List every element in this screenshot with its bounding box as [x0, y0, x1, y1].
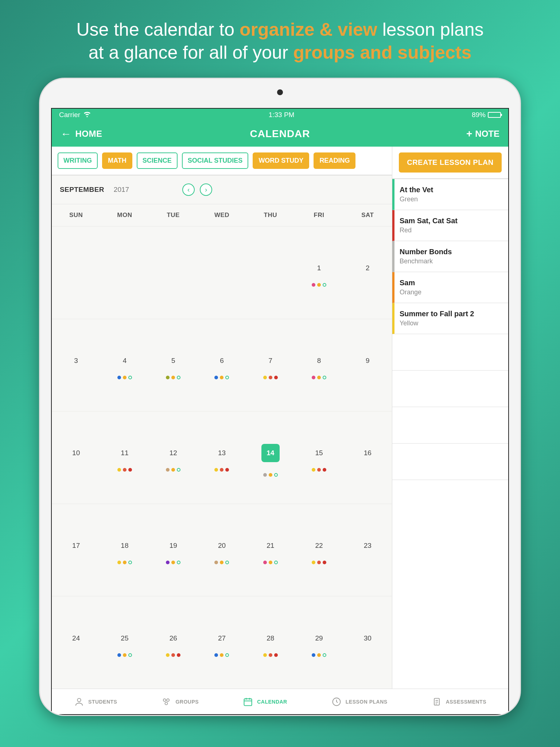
event-dot [220, 561, 223, 564]
day-cell[interactable]: 4 [100, 319, 149, 411]
event-dot [317, 653, 321, 657]
day-cell[interactable]: 26 [149, 596, 198, 689]
event-dot [317, 376, 321, 379]
day-number: 7 [268, 357, 272, 365]
device-frame: Carrier 1:33 PM 89% ← HOME CALENDAR + NO… [39, 78, 521, 716]
day-cell[interactable]: 21 [246, 504, 295, 596]
assess-icon [431, 696, 442, 707]
lesson-plan-item[interactable]: At the VetGreen [392, 179, 508, 210]
lesson-plan-item[interactable]: Summer to Fall part 2Yellow [392, 303, 508, 334]
event-dot [263, 473, 267, 477]
lesson-plan-title: Summer to Fall part 2 [400, 310, 502, 318]
event-dot [323, 283, 326, 287]
prev-month-button[interactable]: ‹ [182, 183, 195, 196]
lesson-plan-item[interactable]: Sam Sat, Cat SatRed [392, 210, 508, 241]
day-cell[interactable]: 8 [295, 319, 343, 411]
event-dot [128, 468, 132, 472]
event-dot [312, 468, 315, 472]
day-cell[interactable]: 28 [246, 596, 295, 689]
day-cell[interactable]: 7 [246, 319, 295, 411]
day-cell[interactable]: 1 [295, 226, 343, 319]
event-dot [214, 376, 218, 379]
day-number: 28 [267, 634, 274, 642]
day-number: 16 [364, 449, 372, 457]
day-cell[interactable]: 2 [343, 226, 392, 319]
event-dots [312, 653, 326, 658]
empty-slot [392, 407, 508, 444]
event-dots [214, 468, 229, 472]
day-cell[interactable]: 13 [198, 411, 246, 504]
event-dots [117, 561, 132, 565]
tab-lesson-plans[interactable]: LESSON PLANS [331, 696, 388, 707]
tab-calendar[interactable]: CALENDAR [242, 696, 287, 707]
lesson-plan-item[interactable]: Number BondsBenchmark [392, 241, 508, 272]
event-dot [317, 468, 321, 472]
clock-label: 1:33 PM [91, 111, 472, 119]
event-dot [171, 468, 175, 472]
chevron-left-icon: ‹ [187, 186, 190, 194]
event-dot [317, 283, 321, 287]
day-cell [246, 226, 295, 319]
tab-assessments[interactable]: ASSESSMENTS [431, 696, 486, 707]
day-number: 1 [317, 264, 321, 272]
weekday-header: WED [198, 204, 246, 226]
day-cell[interactable]: 25 [100, 596, 149, 689]
empty-slot [392, 371, 508, 407]
day-cell[interactable]: 5 [149, 319, 198, 411]
create-lesson-plan-button[interactable]: CREATE LESSON PLAN [399, 152, 502, 173]
home-button[interactable]: ← HOME [61, 128, 207, 139]
day-cell[interactable]: 23 [343, 504, 392, 596]
day-cell[interactable]: 15 [295, 411, 343, 504]
lesson-plan-item[interactable]: SamOrange [392, 272, 508, 303]
event-dot [166, 561, 170, 564]
filter-writing[interactable]: WRITING [58, 152, 98, 169]
day-cell[interactable]: 12 [149, 411, 198, 504]
event-dot [263, 561, 267, 564]
day-cell [198, 226, 246, 319]
event-dot [123, 468, 127, 472]
add-note-button[interactable]: + NOTE [353, 128, 499, 140]
filter-social-studies[interactable]: SOCIAL STUDIES [182, 152, 249, 169]
next-month-button[interactable]: › [200, 183, 212, 196]
event-dots [117, 653, 132, 658]
day-cell[interactable]: 19 [149, 504, 198, 596]
day-cell[interactable]: 18 [100, 504, 149, 596]
filter-math[interactable]: MATH [102, 152, 132, 169]
filter-word-study[interactable]: WORD STUDY [253, 152, 309, 169]
tab-label: LESSON PLANS [346, 699, 388, 705]
home-label: HOME [75, 129, 102, 139]
lesson-plan-subtitle: Green [400, 196, 502, 203]
day-cell[interactable]: 29 [295, 596, 343, 689]
event-dot [123, 561, 127, 564]
event-dots [166, 653, 180, 658]
svg-point-2 [167, 698, 170, 701]
lesson-plan-title: At the Vet [400, 186, 502, 194]
filter-reading[interactable]: READING [314, 152, 355, 169]
day-cell[interactable]: 27 [198, 596, 246, 689]
day-cell[interactable]: 16 [343, 411, 392, 504]
event-dots [166, 561, 180, 565]
event-dot [312, 653, 315, 657]
filter-science[interactable]: SCIENCE [137, 152, 178, 169]
day-cell[interactable]: 17 [52, 504, 100, 596]
day-cell[interactable]: 11 [100, 411, 149, 504]
tab-groups[interactable]: GROUPS [161, 696, 199, 707]
svg-point-3 [165, 702, 168, 705]
day-cell[interactable]: 9 [343, 319, 392, 411]
day-number: 9 [366, 357, 370, 365]
day-number: 21 [267, 542, 274, 550]
tab-students[interactable]: STUDENTS [74, 696, 117, 707]
day-cell[interactable]: 20 [198, 504, 246, 596]
day-number: 24 [72, 634, 80, 642]
wifi-icon [83, 111, 91, 119]
event-dot [123, 653, 127, 657]
day-cell[interactable]: 30 [343, 596, 392, 689]
day-cell[interactable]: 3 [52, 319, 100, 411]
day-cell[interactable]: 10 [52, 411, 100, 504]
event-dot [166, 653, 170, 657]
day-cell[interactable]: 22 [295, 504, 343, 596]
day-cell[interactable]: 24 [52, 596, 100, 689]
day-cell[interactable]: 6 [198, 319, 246, 411]
day-cell[interactable]: 14 [246, 411, 295, 504]
event-dots [214, 376, 229, 380]
